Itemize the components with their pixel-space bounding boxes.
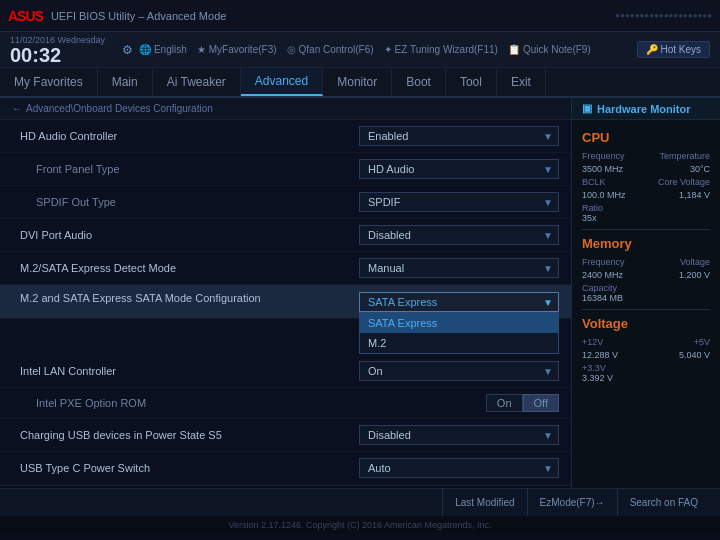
hw-monitor-title: Hardware Monitor xyxy=(597,103,691,115)
date-text: 11/02/2016 Wednesday xyxy=(10,35,105,45)
info-bar: 11/02/2016 Wednesday 00:32 ⚙ 🌐 English ★… xyxy=(0,32,720,68)
front-panel-value[interactable]: HD Audio ▼ xyxy=(359,159,559,179)
qfan-label: Qfan Control(F6) xyxy=(299,44,374,55)
quick-note-label: Quick Note(F9) xyxy=(523,44,591,55)
pxe-off-button[interactable]: Off xyxy=(523,394,559,412)
usb-typec-value[interactable]: Auto ▼ xyxy=(359,458,559,478)
m2-option[interactable]: M.2 xyxy=(360,333,558,353)
v5-label: +5V xyxy=(694,337,710,347)
hw-monitor-header: ▣ Hardware Monitor xyxy=(572,98,720,120)
charging-usb-dropdown[interactable]: Disabled xyxy=(359,425,559,445)
info-footer: i M.2 shares SATA mode with SATA Express… xyxy=(0,485,571,488)
charging-usb-row: Charging USB devices in Power State S5 D… xyxy=(0,419,571,452)
qfan-btn[interactable]: ◎ Qfan Control(F6) xyxy=(287,44,374,55)
copyright-text: Version 2.17.1246. Copyright (C) 2016 Am… xyxy=(228,520,491,530)
spdif-out-label: SPDIF Out Type xyxy=(36,196,359,208)
nav-main[interactable]: Main xyxy=(98,68,153,96)
bottom-bar: Last Modified EzMode(F7)→ Search on FAQ xyxy=(0,488,720,516)
m2-sata-detect-dropdown[interactable]: Manual xyxy=(359,258,559,278)
memory-voltage-value: 1.200 V xyxy=(679,270,710,280)
memory-frequency-value: 2400 MHz xyxy=(582,270,623,280)
ez-mode-button[interactable]: EzMode(F7)→ xyxy=(527,489,617,516)
bios-title: UEFI BIOS Utility – Advanced Mode xyxy=(51,10,226,22)
quick-note-btn[interactable]: 📋 Quick Note(F9) xyxy=(508,44,591,55)
intel-lan-value[interactable]: On ▼ xyxy=(359,361,559,381)
nav-my-favorites[interactable]: My Favorites xyxy=(0,68,98,96)
spdif-out-dropdown[interactable]: SPDIF xyxy=(359,192,559,212)
charging-usb-value[interactable]: Disabled ▼ xyxy=(359,425,559,445)
nav-advanced[interactable]: Advanced xyxy=(241,68,323,96)
voltage-12v-5v-values: 12.288 V 5.040 V xyxy=(582,350,710,360)
v12-value: 12.288 V xyxy=(582,350,618,360)
v12-label: +12V xyxy=(582,337,603,347)
dvi-port-label: DVI Port Audio xyxy=(20,229,359,241)
memory-section-title: Memory xyxy=(582,236,710,251)
front-panel-type-row: Front Panel Type HD Audio ▼ xyxy=(0,153,571,186)
back-arrow-icon[interactable]: ← xyxy=(12,103,22,114)
m2-sata-mode-value[interactable]: SATA Express ▼ xyxy=(359,292,559,312)
cpu-core-voltage-label: Core Voltage xyxy=(658,177,710,187)
cpu-freq-temp-values: 3500 MHz 30°C xyxy=(582,164,710,174)
memory-frequency-label: Frequency xyxy=(582,257,625,267)
cpu-frequency-value: 3500 MHz xyxy=(582,164,623,174)
nav-tool[interactable]: Tool xyxy=(446,68,497,96)
v5-value: 5.040 V xyxy=(679,350,710,360)
dvi-port-dropdown[interactable]: Disabled xyxy=(359,225,559,245)
voltage-section-title: Voltage xyxy=(582,316,710,331)
monitor-icon: ▣ xyxy=(582,102,592,115)
nav-monitor[interactable]: Monitor xyxy=(323,68,392,96)
nav-boot[interactable]: Boot xyxy=(392,68,446,96)
star-icon: ★ xyxy=(197,44,206,55)
info-icons: 🌐 English ★ MyFavorite(F3) ◎ Qfan Contro… xyxy=(139,44,591,55)
m2-sata-detect-value[interactable]: Manual ▼ xyxy=(359,258,559,278)
hd-audio-dropdown[interactable]: Enabled xyxy=(359,126,559,146)
m2-sata-detect-row: M.2/SATA Express Detect Mode Manual ▼ xyxy=(0,252,571,285)
spdif-out-value[interactable]: SPDIF ▼ xyxy=(359,192,559,212)
gear-icon[interactable]: ⚙ xyxy=(122,43,133,57)
intel-lan-dropdown[interactable]: On xyxy=(359,361,559,381)
hw-monitor-content: CPU Frequency Temperature 3500 MHz 30°C … xyxy=(572,120,720,392)
nav-bar: My Favorites Main Ai Tweaker Advanced Mo… xyxy=(0,68,720,98)
note-icon: 📋 xyxy=(508,44,520,55)
v33-label: +3.3V xyxy=(582,363,710,373)
front-panel-dropdown[interactable]: HD Audio xyxy=(359,159,559,179)
search-faq-button[interactable]: Search on FAQ xyxy=(617,489,710,516)
m2-sata-mode-menu: SATA Express M.2 xyxy=(359,312,559,354)
right-panel: ▣ Hardware Monitor CPU Frequency Tempera… xyxy=(572,98,720,488)
asus-logo: ASUS xyxy=(8,8,43,24)
memory-capacity-label: Capacity xyxy=(582,283,710,293)
pxe-on-button[interactable]: On xyxy=(486,394,523,412)
usb-typec-row: USB Type C Power Switch Auto ▼ xyxy=(0,452,571,485)
nav-ai-tweaker[interactable]: Ai Tweaker xyxy=(153,68,241,96)
cpu-ratio-value: 35x xyxy=(582,213,710,223)
cpu-ratio-label: Ratio xyxy=(582,203,710,213)
nav-exit[interactable]: Exit xyxy=(497,68,546,96)
hd-audio-value[interactable]: Enabled ▼ xyxy=(359,126,559,146)
globe-icon: 🌐 xyxy=(139,44,151,55)
ez-tuning-btn[interactable]: ✦ EZ Tuning Wizard(F11) xyxy=(384,44,498,55)
cpu-frequency-row: Frequency Temperature xyxy=(582,151,710,161)
favorites-btn[interactable]: ★ MyFavorite(F3) xyxy=(197,44,277,55)
m2-sata-mode-label: M.2 and SATA Express SATA Mode Configura… xyxy=(20,292,359,304)
intel-pxe-toggle[interactable]: On Off xyxy=(486,394,559,412)
voltage-12v-5v-labels: +12V +5V xyxy=(582,337,710,347)
cpu-bclk-value: 100.0 MHz xyxy=(582,190,626,200)
dvi-port-value[interactable]: Disabled ▼ xyxy=(359,225,559,245)
hw-divider-2 xyxy=(582,309,710,310)
m2-sata-mode-container[interactable]: SATA Express ▼ SATA Express M.2 xyxy=(359,292,559,312)
memory-capacity-value: 16384 MB xyxy=(582,293,710,303)
copyright-bar: Version 2.17.1246. Copyright (C) 2016 Am… xyxy=(0,516,720,534)
cpu-temperature-label: Temperature xyxy=(659,151,710,161)
memory-voltage-label: Voltage xyxy=(680,257,710,267)
last-modified-button[interactable]: Last Modified xyxy=(442,489,526,516)
top-right-icons: ●●●●●●●●●●●●●●●●●●●● xyxy=(615,11,712,20)
hw-divider-1 xyxy=(582,229,710,230)
hot-keys-button[interactable]: 🔑 Hot Keys xyxy=(637,41,710,58)
usb-typec-dropdown[interactable]: Auto xyxy=(359,458,559,478)
top-bar: ASUS UEFI BIOS Utility – Advanced Mode ●… xyxy=(0,0,720,32)
breadcrumb-path: Advanced\Onboard Devices Configuration xyxy=(26,103,213,114)
language-selector[interactable]: 🌐 English xyxy=(139,44,187,55)
intel-lan-row: Intel LAN Controller On ▼ xyxy=(0,355,571,388)
cpu-section-title: CPU xyxy=(582,130,710,145)
sata-express-option[interactable]: SATA Express xyxy=(360,313,558,333)
